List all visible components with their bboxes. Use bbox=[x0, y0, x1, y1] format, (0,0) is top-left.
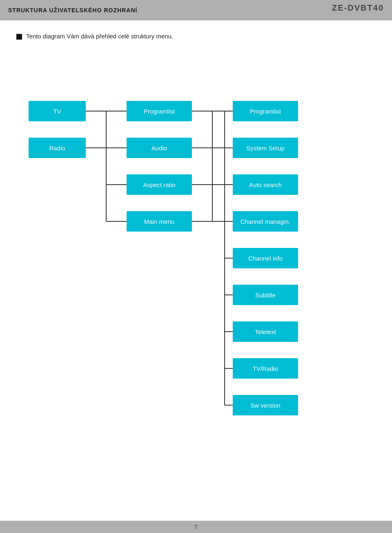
box-tv: TV bbox=[29, 101, 86, 121]
header-title: STRUKTURA UŽIVATELSKÉHO ROZHRANÍ bbox=[8, 7, 137, 13]
box-audio: Audio bbox=[127, 138, 192, 158]
page-number: 7 bbox=[194, 524, 198, 530]
footer-bar: 7 bbox=[0, 521, 392, 533]
box-aspect-ratio: Aspect ratio bbox=[127, 174, 192, 195]
box-channel-managm: Channel managm. bbox=[233, 211, 298, 232]
intro-text: Tento diagram Vám dává přehled celé stru… bbox=[26, 33, 173, 40]
box-subtitle: Subtitle bbox=[233, 285, 298, 305]
bullet-icon bbox=[16, 34, 22, 40]
box-radio: Radio bbox=[29, 138, 86, 158]
box-teletext: Teletext bbox=[233, 321, 298, 342]
box-auto-search: Auto search bbox=[233, 174, 298, 195]
box-channel-info: Channel info bbox=[233, 248, 298, 268]
box-main-menu: Main menu bbox=[127, 211, 192, 232]
box-system-setup: System Setup bbox=[233, 138, 298, 158]
box-tv-radio: TV/Radio bbox=[233, 358, 298, 379]
box-sw-version: Sw version bbox=[233, 395, 298, 415]
intro-section: Tento diagram Vám dává přehled celé stru… bbox=[0, 20, 392, 44]
box-programlist-right: Programlist bbox=[233, 101, 298, 121]
logo: ZE-DVBT40 bbox=[332, 3, 384, 13]
box-programlist-left: Programlist bbox=[127, 101, 192, 121]
diagram-area: TV Radio Programlist Audio Aspect ratio … bbox=[16, 52, 376, 419]
